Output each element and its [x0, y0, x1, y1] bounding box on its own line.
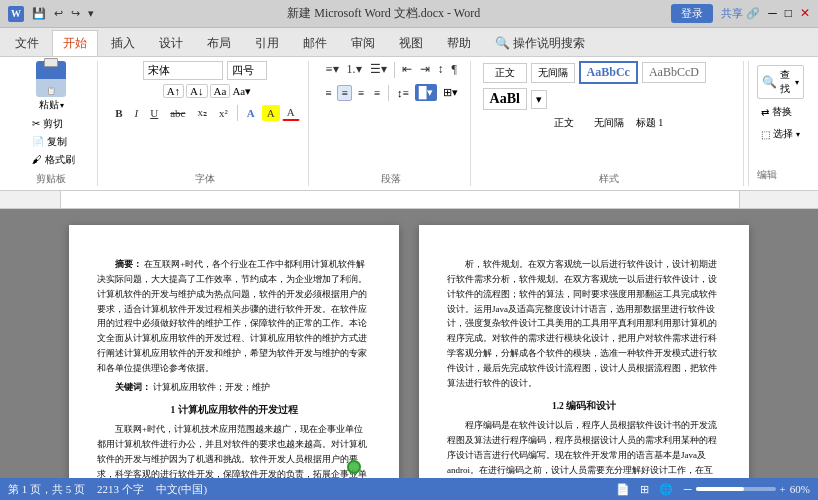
- customize-button[interactable]: ▾: [86, 7, 96, 20]
- share-button[interactable]: 共享 🔗: [721, 6, 760, 21]
- minimize-button[interactable]: ─: [768, 6, 777, 21]
- tab-insert[interactable]: 插入: [100, 30, 146, 56]
- style-heading2[interactable]: AaBbCcD: [642, 62, 706, 83]
- cursor-dot: [347, 460, 361, 474]
- tab-home[interactable]: 开始: [52, 30, 98, 56]
- underline-button[interactable]: U: [145, 105, 163, 121]
- align-left-button[interactable]: ≡: [321, 85, 335, 101]
- paste-label: 粘贴: [39, 98, 59, 112]
- keywords-body: 计算机应用软件；开发；维护: [153, 382, 270, 392]
- more-styles-button[interactable]: ▾: [531, 90, 547, 109]
- title-right-controls: 登录 共享 🔗 ─ □ ✕: [671, 4, 810, 23]
- styles-gallery: 正文 无间隔 AaBbCc AaBbCcD AaBl ▾: [483, 61, 735, 110]
- subscript-button[interactable]: x₂: [192, 104, 212, 121]
- cut-button[interactable]: ✂ 剪切: [29, 116, 78, 132]
- style-heading1[interactable]: AaBbCc: [579, 61, 638, 84]
- zoom-out-button[interactable]: ─: [684, 483, 692, 495]
- abstract-body: 在互联网+时代，各个行业在工作中都利用计算机软件解决实际问题，大大提高了工作效率…: [97, 259, 367, 373]
- font-group: 宋体 四号 A↑ A↓ Aa Aa▾ B I U abc x₂ x² A: [102, 61, 309, 186]
- text-effect-button[interactable]: A: [242, 105, 260, 121]
- paste-button[interactable]: 📋 粘贴 ▾: [36, 61, 66, 112]
- sort-button[interactable]: ↕: [435, 61, 447, 78]
- save-button[interactable]: 💾: [30, 7, 48, 20]
- clipboard-label: 剪贴板: [36, 172, 66, 186]
- line-spacing-button[interactable]: ↕≡: [393, 85, 413, 101]
- align-right-button[interactable]: ≡: [354, 85, 368, 101]
- status-left: 第 1 页，共 5 页 2213 个字 中文(中国): [8, 482, 207, 497]
- bold-button[interactable]: B: [110, 105, 127, 121]
- page2-body1: 析，软件规划。在双方客观统一以后进行软件设计，设计初期进行软件需求分析，软件规划…: [447, 257, 721, 391]
- zoom-slider[interactable]: [696, 487, 776, 491]
- tab-mailings[interactable]: 邮件: [292, 30, 338, 56]
- title-bar-left: W 💾 ↩ ↪ ▾: [8, 6, 96, 22]
- strikethrough-button[interactable]: abc: [165, 105, 190, 121]
- style-normal[interactable]: 正文: [483, 63, 527, 83]
- page-1: 摘要： 在互联网+时代，各个行业在工作中都利用计算机软件解决实际问题，大大提高了…: [69, 225, 399, 478]
- paragraph-group: ≡▾ 1.▾ ☰▾ ⇤ ⇥ ↕ ¶ ≡ ≡ ≡ ≡ ↕≡ █▾ ⊞▾ 段落: [313, 61, 470, 186]
- ruler-scale: [60, 191, 740, 208]
- tab-references[interactable]: 引用: [244, 30, 290, 56]
- paste-dropdown-icon[interactable]: ▾: [60, 101, 64, 110]
- select-dropdown-icon[interactable]: ▾: [796, 130, 800, 139]
- login-button[interactable]: 登录: [671, 4, 713, 23]
- section1-title: 1 计算机应用软件的开发过程: [97, 403, 371, 419]
- align-center-button[interactable]: ≡: [337, 85, 351, 101]
- find-button[interactable]: 🔍 查找 ▾: [757, 65, 805, 99]
- maximize-button[interactable]: □: [785, 6, 792, 21]
- increase-font-size-button[interactable]: A↑: [163, 84, 184, 98]
- numbering-button[interactable]: 1.▾: [344, 61, 365, 78]
- find-dropdown-icon[interactable]: ▾: [795, 78, 799, 87]
- highlight-button[interactable]: A: [262, 105, 280, 121]
- font-name-dropdown[interactable]: 宋体: [143, 61, 223, 80]
- title-text: 新建 Microsoft Word 文档.docx - Word: [96, 5, 671, 22]
- select-icon: ⬚: [761, 129, 770, 140]
- border-button[interactable]: ⊞▾: [439, 84, 462, 101]
- web-layout-button[interactable]: 🌐: [656, 483, 676, 496]
- font-color-button[interactable]: A: [282, 104, 300, 121]
- undo-button[interactable]: ↩: [52, 7, 65, 20]
- font-options-button[interactable]: Aa▾: [232, 85, 251, 98]
- clipboard-buttons: 📋 粘贴 ▾ ✂ 剪切 📄 复制 🖌 格式刷: [14, 61, 89, 168]
- shading-button[interactable]: █▾: [415, 84, 437, 101]
- tab-help[interactable]: 帮助: [436, 30, 482, 56]
- tab-layout[interactable]: 布局: [196, 30, 242, 56]
- abstract-text: 摘要： 在互联网+时代，各个行业在工作中都利用计算机软件解决实际问题，大大提高了…: [97, 257, 371, 376]
- replace-button[interactable]: ⇄ 替换: [757, 103, 805, 121]
- bullets-button[interactable]: ≡▾: [323, 61, 342, 78]
- tab-design[interactable]: 设计: [148, 30, 194, 56]
- zoom-in-button[interactable]: +: [780, 483, 786, 495]
- decrease-font-size-button[interactable]: A↓: [186, 84, 207, 98]
- paragraph-top-row: ≡▾ 1.▾ ☰▾ ⇤ ⇥ ↕ ¶: [323, 61, 460, 78]
- style-no-space[interactable]: 无间隔: [531, 63, 575, 83]
- superscript-button[interactable]: x²: [214, 105, 233, 121]
- styles-sub-labels: 正文 无间隔 标题 1: [554, 116, 664, 130]
- italic-button[interactable]: I: [130, 105, 144, 121]
- font-label: 字体: [195, 172, 215, 186]
- abstract-label: 摘要：: [115, 259, 142, 269]
- increase-indent-button[interactable]: ⇥: [417, 61, 433, 78]
- close-button[interactable]: ✕: [800, 6, 810, 21]
- font-bottom-row: B I U abc x₂ x² A A A: [110, 104, 299, 121]
- ribbon-content: 📋 粘贴 ▾ ✂ 剪切 📄 复制 🖌 格式刷 剪贴板 宋: [0, 57, 818, 190]
- ribbon-tab-bar: 文件 开始 插入 设计 布局 引用 邮件 审阅 视图 帮助 🔍 操作说明搜索: [0, 28, 818, 57]
- format-painter-button[interactable]: 🖌 格式刷: [29, 152, 78, 168]
- redo-button[interactable]: ↪: [69, 7, 82, 20]
- multilevel-list-button[interactable]: ☰▾: [367, 61, 390, 78]
- copy-button[interactable]: 📄 复制: [29, 134, 78, 150]
- read-view-button[interactable]: 📄: [613, 483, 633, 496]
- document-area[interactable]: 摘要： 在互联网+时代，各个行业在工作中都利用计算机软件解决实际问题，大大提高了…: [0, 209, 818, 478]
- tab-search-operations[interactable]: 🔍 操作说明搜索: [484, 30, 596, 56]
- decrease-indent-button[interactable]: ⇤: [399, 61, 415, 78]
- tab-review[interactable]: 审阅: [340, 30, 386, 56]
- style-title[interactable]: AaBl: [483, 88, 527, 110]
- select-button[interactable]: ⬚ 选择 ▾: [757, 125, 805, 143]
- justify-button[interactable]: ≡: [370, 85, 384, 101]
- print-layout-button[interactable]: ⊞: [637, 483, 652, 496]
- clear-format-button[interactable]: Aa: [210, 84, 231, 98]
- show-formatting-button[interactable]: ¶: [449, 61, 460, 78]
- tab-file[interactable]: 文件: [4, 30, 50, 56]
- tab-view[interactable]: 视图: [388, 30, 434, 56]
- find-label: 查找: [780, 68, 793, 96]
- font-size-dropdown[interactable]: 四号: [227, 61, 267, 80]
- zoom-level: 60%: [790, 483, 810, 495]
